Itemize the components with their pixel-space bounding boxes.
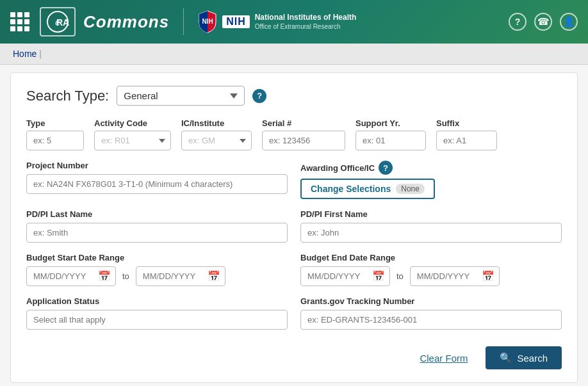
budget-start-to-input[interactable] (136, 266, 225, 286)
support-yr-group: Support Yr. (355, 118, 426, 150)
awarding-office-label: Awarding Office/IC (300, 163, 375, 173)
awarding-help-icon[interactable]: ? (379, 161, 393, 175)
search-type-label: Search Type: (26, 88, 109, 104)
serial-label: Serial # (262, 118, 345, 128)
breadcrumb: Home | (0, 44, 588, 65)
budget-end-label: Budget End Date Range (300, 253, 562, 262)
budget-start-from-wrap: 📅 (26, 266, 116, 286)
era-logo: e RA (40, 7, 76, 36)
budget-end-from-wrap: 📅 (300, 266, 390, 286)
grants-tracking-group: Grants.gov Tracking Number (300, 296, 562, 330)
to-label-start: to (120, 271, 132, 281)
status-tracking-row: Application Status Grants.gov Tracking N… (26, 296, 562, 330)
support-yr-input[interactable] (355, 131, 426, 150)
project-number-group: Project Number (26, 161, 288, 199)
type-group: Type (26, 118, 84, 150)
support-yr-label: Support Yr. (355, 118, 426, 128)
pi-first-name-group: PD/PI First Name (300, 209, 562, 243)
pi-first-name-label: PD/PI First Name (300, 209, 562, 219)
suffix-label: Suffix (436, 118, 497, 128)
phone-icon-btn[interactable]: ☎ (534, 13, 552, 31)
budget-start-range: 📅 to 📅 (26, 266, 288, 286)
budget-start-group: Budget Start Date Range 📅 to 📅 (26, 253, 288, 286)
application-status-group: Application Status (26, 296, 288, 330)
home-link[interactable]: Home (13, 49, 37, 59)
awarding-office-group: Awarding Office/IC ? Change Selections N… (300, 161, 562, 199)
main-content: Search Type: General Advanced ? Type Act… (10, 72, 578, 383)
search-type-row: Search Type: General Advanced ? (26, 86, 562, 106)
suffix-input[interactable] (436, 131, 497, 150)
breadcrumb-separator: | (39, 49, 42, 59)
svg-text:RA: RA (56, 17, 69, 28)
project-number-input[interactable] (26, 174, 288, 194)
budget-end-from-input[interactable] (300, 266, 390, 286)
change-selections-label: Change Selections (311, 184, 391, 194)
budget-start-label: Budget Start Date Range (26, 253, 288, 262)
search-type-help-icon[interactable]: ? (252, 89, 266, 103)
type-label: Type (26, 118, 84, 128)
grants-tracking-label: Grants.gov Tracking Number (300, 296, 562, 306)
svg-text:NIH: NIH (202, 18, 213, 25)
budget-end-group: Budget End Date Range 📅 to 📅 (300, 253, 562, 286)
serial-group: Serial # (262, 118, 345, 150)
clear-form-button[interactable]: Clear Form (409, 346, 478, 369)
user-icon-btn[interactable]: 👤 (560, 13, 578, 31)
app-title: Commons (83, 12, 169, 32)
suffix-group: Suffix (436, 118, 497, 150)
grant-fields-row: Type Activity Code ex: R01 IC/Institute … (26, 118, 562, 150)
budget-date-row: Budget Start Date Range 📅 to 📅 Budget En… (26, 253, 562, 286)
form-actions: Clear Form 🔍 Search (26, 340, 562, 369)
project-awarding-row: Project Number Awarding Office/IC ? Chan… (26, 161, 562, 199)
project-number-label: Project Number (26, 161, 288, 170)
ic-group: IC/Institute ex: GM (181, 118, 252, 150)
pi-first-name-input[interactable] (300, 223, 562, 243)
pi-last-name-group: PD/PI Last Name (26, 209, 288, 243)
budget-start-to-wrap: 📅 (136, 266, 225, 286)
nih-badge: NIH (222, 15, 250, 28)
to-label-end: to (394, 271, 406, 281)
none-badge: None (396, 184, 425, 194)
budget-end-range: 📅 to 📅 (300, 266, 562, 286)
change-selections-button[interactable]: Change Selections None (300, 179, 435, 199)
application-status-input[interactable] (26, 310, 288, 330)
help-icon-btn[interactable]: ? (509, 13, 527, 31)
ic-select[interactable]: ex: GM (181, 131, 252, 150)
nih-full-name: National Institutes of Health (255, 13, 357, 23)
pi-last-name-label: PD/PI Last Name (26, 209, 288, 219)
pi-last-name-input[interactable] (26, 223, 288, 243)
type-input[interactable] (26, 131, 84, 150)
app-header: e RA Commons NIH NIH National Institutes… (0, 0, 588, 44)
search-button[interactable]: 🔍 Search (486, 346, 562, 369)
awarding-label-row: Awarding Office/IC ? (300, 161, 562, 175)
search-button-label: Search (517, 353, 548, 364)
activity-code-label: Activity Code (94, 118, 171, 128)
nih-shield-icon: NIH (198, 10, 217, 34)
budget-end-to-wrap: 📅 (410, 266, 500, 286)
nih-logo-area: NIH NIH National Institutes of Health Of… (198, 10, 356, 34)
nih-sub-name: Office of Extramural Research (255, 22, 357, 31)
search-icon: 🔍 (500, 352, 512, 364)
application-status-label: Application Status (26, 296, 288, 306)
grants-tracking-input[interactable] (300, 310, 562, 330)
ic-label: IC/Institute (181, 118, 252, 128)
budget-end-to-input[interactable] (410, 266, 500, 286)
budget-start-from-input[interactable] (26, 266, 116, 286)
header-divider (183, 8, 184, 35)
activity-code-group: Activity Code ex: R01 (94, 118, 171, 150)
pi-name-row: PD/PI Last Name PD/PI First Name (26, 209, 562, 243)
grid-menu-icon[interactable] (10, 12, 29, 31)
serial-input[interactable] (262, 131, 345, 150)
search-type-select[interactable]: General Advanced (117, 86, 245, 106)
activity-code-select[interactable]: ex: R01 (94, 131, 171, 150)
